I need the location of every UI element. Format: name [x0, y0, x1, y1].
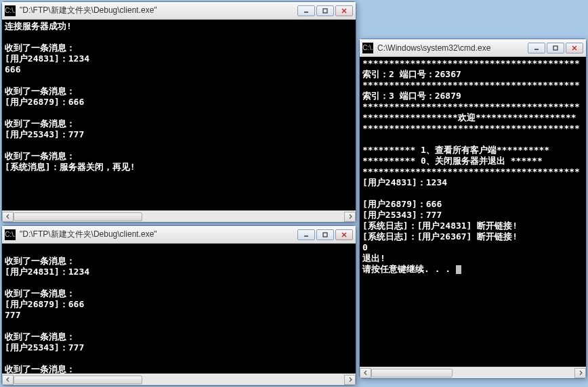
scroll-left-button[interactable]	[2, 375, 14, 385]
titlebar[interactable]: C:\. "D:\FTP\新建文件夹\Debug\client.exe"	[2, 2, 356, 20]
scroll-right-button[interactable]	[574, 368, 586, 378]
app-icon: C:\.	[362, 43, 373, 53]
titlebar[interactable]: C:\. C:\Windows\system32\cmd.exe	[360, 39, 586, 57]
scrollbar-horizontal[interactable]	[2, 210, 356, 222]
window-controls	[297, 229, 353, 240]
maximize-button[interactable]	[316, 5, 334, 16]
app-icon: C:\.	[5, 229, 16, 240]
window-title: "D:\FTP\新建文件夹\Debug\client.exe"	[20, 229, 297, 240]
scroll-thumb[interactable]	[14, 375, 142, 384]
scroll-left-button[interactable]	[360, 368, 371, 378]
svg-rect-5	[323, 233, 327, 237]
console-output: ****************************************…	[360, 57, 586, 367]
minimize-button[interactable]	[297, 5, 315, 16]
minimize-button[interactable]	[297, 229, 315, 240]
close-button[interactable]	[335, 229, 353, 240]
scroll-right-button[interactable]	[344, 212, 356, 222]
scroll-track[interactable]	[14, 375, 344, 385]
scroll-thumb[interactable]	[371, 369, 453, 378]
scroll-right-button[interactable]	[344, 375, 356, 385]
console-window-client-1: C:\. "D:\FTP\新建文件夹\Debug\client.exe" 连接服…	[1, 1, 356, 223]
app-icon: C:\.	[5, 5, 16, 16]
window-title: "D:\FTP\新建文件夹\Debug\client.exe"	[20, 5, 297, 16]
close-button[interactable]	[566, 43, 583, 53]
scroll-left-button[interactable]	[2, 212, 14, 222]
scrollbar-horizontal[interactable]	[2, 373, 356, 385]
maximize-button[interactable]	[316, 229, 334, 240]
close-button[interactable]	[335, 5, 353, 16]
window-controls	[528, 43, 583, 53]
titlebar[interactable]: C:\. "D:\FTP\新建文件夹\Debug\client.exe"	[2, 226, 356, 244]
maximize-button[interactable]	[547, 43, 564, 53]
cursor	[456, 265, 461, 274]
window-controls	[297, 5, 353, 16]
console-window-cmd: C:\. C:\Windows\system32\cmd.exe *******…	[359, 39, 587, 379]
scroll-thumb[interactable]	[14, 212, 142, 221]
scroll-track[interactable]	[371, 368, 574, 378]
svg-rect-1	[323, 9, 327, 13]
scrollbar-horizontal[interactable]	[360, 367, 586, 378]
svg-rect-9	[553, 46, 558, 50]
console-window-client-2: C:\. "D:\FTP\新建文件夹\Debug\client.exe" 收到了…	[1, 225, 356, 386]
window-title: C:\Windows\system32\cmd.exe	[377, 43, 528, 53]
console-output: 收到了一条消息： [用户24831]：1234 收到了一条消息： [用户2687…	[2, 244, 356, 373]
console-output: 连接服务器成功! 收到了一条消息： [用户24831]：1234 666 收到了…	[2, 20, 356, 210]
scroll-track[interactable]	[14, 212, 344, 222]
minimize-button[interactable]	[528, 43, 545, 53]
